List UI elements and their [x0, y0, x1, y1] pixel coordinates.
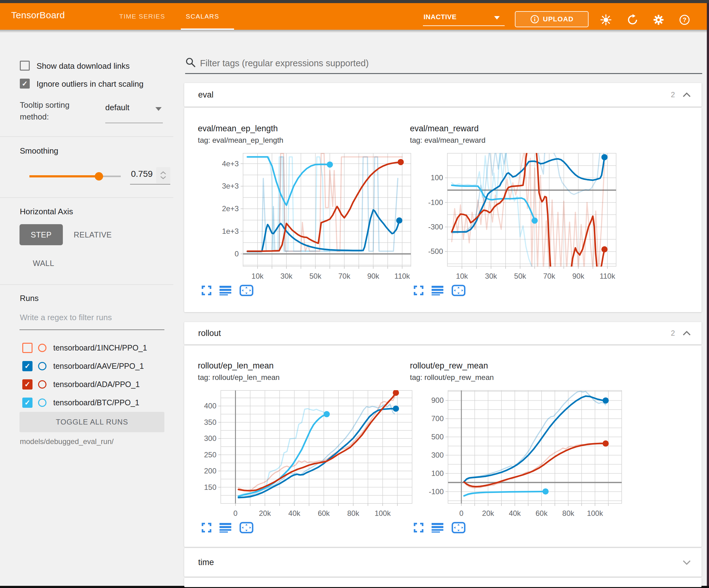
line-chart[interactable]: 100-100-300-50010k30k50k70k90k110k: [409, 147, 625, 280]
line-chart[interactable]: -100100300500700900020k40k60k80k100k: [409, 384, 625, 517]
app-header: TensorBoard TIME SERIES SCALARS INACTIVE…: [0, 3, 707, 30]
chevron-up-icon[interactable]: [682, 330, 691, 336]
runs-filter-input[interactable]: Write a regex to filter runs: [20, 313, 112, 322]
section-name: rollout: [198, 322, 221, 344]
axis-wall-button[interactable]: WALL: [33, 253, 54, 274]
runs-base-path: models/debugged_eval_run/: [20, 437, 114, 446]
svg-text:70k: 70k: [338, 272, 351, 280]
svg-text:-100: -100: [428, 198, 443, 207]
svg-text:90k: 90k: [572, 272, 584, 280]
svg-text:-100: -100: [429, 487, 444, 496]
run-checkbox[interactable]: [22, 361, 32, 371]
chevron-down-icon[interactable]: [155, 107, 162, 111]
run-label: tensorboard/ADA/PPO_1: [53, 380, 140, 389]
tab-scalars[interactable]: SCALARS: [186, 3, 219, 30]
run-label: tensorboard/1INCH/PPO_1: [53, 343, 147, 352]
tab-time-series[interactable]: TIME SERIES: [119, 3, 165, 30]
svg-text:400: 400: [204, 402, 216, 410]
run-label: tensorboard/BTC/PPO_1: [53, 398, 139, 407]
fullscreen-icon[interactable]: [414, 523, 423, 533]
show-download-links-checkbox[interactable]: [20, 61, 30, 71]
help-icon[interactable]: ?: [679, 14, 690, 26]
section-header-eval[interactable]: eval 2: [184, 83, 702, 106]
svg-text:3e+3: 3e+3: [222, 182, 239, 190]
horizontal-axis-label: Horizontal Axis: [20, 207, 73, 216]
fullscreen-icon[interactable]: [202, 285, 211, 296]
input-underline: [20, 329, 164, 330]
run-item[interactable]: tensorboard/AAVE/PPO_1: [22, 361, 144, 371]
fit-to-view-icon[interactable]: [451, 522, 466, 534]
tooltip-sorting-dropdown[interactable]: default: [105, 103, 129, 112]
section-count: 2: [671, 322, 675, 344]
stepper-down-icon[interactable]: [160, 176, 166, 179]
chart-tag: tag: eval/mean_ep_length: [196, 136, 413, 145]
line-chart[interactable]: 01e+32e+33e+34e+310k30k50k70k90k110k: [196, 147, 413, 280]
svg-text:700: 700: [431, 414, 444, 423]
dropdown-underline: [105, 123, 163, 123]
ignore-outliers-checkbox[interactable]: [20, 79, 30, 88]
smoothing-slider[interactable]: [29, 172, 121, 180]
svg-text:4e+3: 4e+3: [222, 159, 239, 168]
slider-fill: [29, 175, 99, 177]
chart-eval-mean-ep-length: eval/mean_ep_length tag: eval/mean_ep_le…: [196, 124, 413, 297]
section-header-rollout[interactable]: rollout 2: [184, 322, 702, 344]
svg-text:30k: 30k: [485, 272, 498, 280]
section-header-time[interactable]: time: [184, 548, 702, 577]
run-checkbox[interactable]: [22, 343, 32, 353]
run-color-circle: [38, 362, 47, 370]
data-table-icon[interactable]: [431, 523, 443, 533]
svg-text:90k: 90k: [367, 272, 379, 280]
smoothing-value-input[interactable]: 0.759: [131, 169, 153, 179]
toggle-all-runs-button[interactable]: TOGGLE ALL RUNS: [20, 412, 164, 432]
chevron-down-icon[interactable]: [682, 560, 691, 565]
axis-step-button[interactable]: STEP: [20, 224, 63, 245]
run-checkbox[interactable]: [22, 398, 32, 408]
data-table-icon[interactable]: [219, 285, 231, 296]
chart-tag: tag: eval/mean_reward: [409, 136, 625, 145]
fit-to-view-icon[interactable]: [239, 285, 254, 296]
data-table-icon[interactable]: [219, 523, 231, 533]
slider-thumb[interactable]: [95, 172, 103, 180]
run-label: tensorboard/AAVE/PPO_1: [53, 362, 144, 370]
run-item[interactable]: tensorboard/1INCH/PPO_1: [22, 342, 147, 353]
gear-icon[interactable]: [653, 14, 664, 26]
fit-to-view-icon[interactable]: [239, 522, 254, 534]
chart-tag: tag: rollout/ep_rew_mean: [409, 373, 625, 382]
data-table-icon[interactable]: [431, 285, 443, 296]
dropdown-underline: [423, 25, 505, 26]
brightness-icon[interactable]: [600, 14, 612, 26]
runs-section-label: Runs: [20, 293, 39, 303]
axis-relative-button[interactable]: RELATIVE: [74, 224, 112, 245]
run-item[interactable]: tensorboard/ADA/PPO_1: [22, 379, 140, 389]
fullscreen-icon[interactable]: [414, 285, 423, 296]
show-download-links-label: Show data download links: [36, 61, 130, 71]
svg-text:250: 250: [204, 451, 216, 459]
reload-status-dropdown[interactable]: INACTIVE: [423, 13, 457, 21]
svg-text:350: 350: [204, 418, 216, 426]
refresh-icon[interactable]: [627, 14, 638, 26]
svg-text:80k: 80k: [562, 509, 575, 517]
upload-button[interactable]: UPLOAD: [515, 11, 588, 27]
fullscreen-icon[interactable]: [202, 523, 211, 533]
svg-text:60k: 60k: [535, 509, 548, 517]
chart-title: eval/mean_reward: [409, 124, 625, 133]
chevron-up-icon[interactable]: [682, 92, 691, 98]
run-checkbox[interactable]: [22, 379, 32, 389]
header-shadow: [0, 30, 707, 33]
fit-to-view-icon[interactable]: [451, 285, 466, 296]
section-name: time: [198, 548, 214, 577]
window-top-edge: [0, 0, 709, 3]
line-chart[interactable]: 150200250300350400020k40k60k80k100k: [196, 384, 413, 517]
svg-text:?: ?: [683, 17, 686, 23]
chevron-down-icon[interactable]: [494, 16, 500, 20]
section-count: 2: [671, 83, 675, 106]
run-item[interactable]: tensorboard/BTC/PPO_1: [22, 397, 139, 408]
svg-text:20k: 20k: [259, 509, 271, 517]
svg-text:50k: 50k: [309, 272, 322, 280]
divider: [0, 284, 174, 285]
stepper-up-icon[interactable]: [160, 171, 166, 175]
chart-tag: tag: rollout/ep_len_mean: [196, 373, 413, 382]
filter-tags-input[interactable]: Filter tags (regular expressions support…: [200, 58, 369, 69]
smoothing-stepper[interactable]: [156, 167, 170, 183]
svg-text:900: 900: [431, 396, 444, 404]
